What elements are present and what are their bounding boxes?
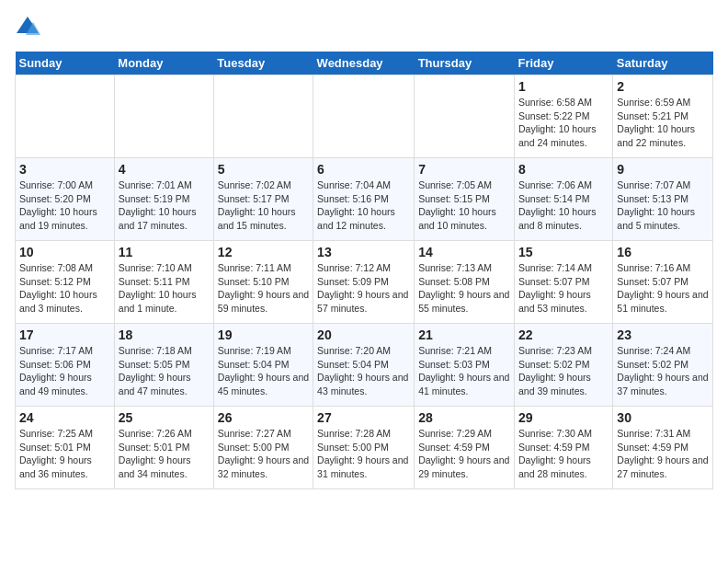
day-cell: 7Sunrise: 7:05 AM Sunset: 5:15 PM Daylig… [415, 158, 515, 241]
day-number: 5 [218, 162, 309, 177]
header-sunday: Sunday [16, 52, 115, 75]
day-info: Sunrise: 7:11 AM Sunset: 5:10 PM Dayligh… [218, 261, 309, 316]
header-saturday: Saturday [613, 52, 713, 75]
day-cell: 30Sunrise: 7:31 AM Sunset: 4:59 PM Dayli… [613, 407, 713, 489]
day-cell: 26Sunrise: 7:27 AM Sunset: 5:00 PM Dayli… [213, 407, 313, 489]
day-cell: 11Sunrise: 7:10 AM Sunset: 5:11 PM Dayli… [114, 241, 213, 324]
day-number: 19 [218, 327, 309, 342]
header-tuesday: Tuesday [213, 52, 313, 75]
day-cell: 29Sunrise: 7:30 AM Sunset: 4:59 PM Dayli… [514, 407, 612, 489]
day-info: Sunrise: 7:20 AM Sunset: 5:04 PM Dayligh… [317, 344, 410, 398]
day-number: 26 [218, 410, 309, 425]
day-cell: 19Sunrise: 7:19 AM Sunset: 5:04 PM Dayli… [213, 324, 313, 407]
day-cell: 8Sunrise: 7:06 AM Sunset: 5:14 PM Daylig… [514, 158, 612, 241]
day-cell [213, 75, 313, 158]
day-number: 29 [518, 410, 609, 425]
day-number: 20 [317, 327, 410, 342]
day-cell: 12Sunrise: 7:11 AM Sunset: 5:10 PM Dayli… [213, 241, 313, 324]
day-number: 25 [119, 410, 210, 425]
day-info: Sunrise: 7:08 AM Sunset: 5:12 PM Dayligh… [19, 261, 110, 316]
day-cell: 23Sunrise: 7:24 AM Sunset: 5:02 PM Dayli… [613, 324, 713, 407]
day-info: Sunrise: 7:14 AM Sunset: 5:07 PM Dayligh… [518, 261, 609, 316]
day-number: 28 [418, 410, 510, 425]
day-info: Sunrise: 7:02 AM Sunset: 5:17 PM Dayligh… [218, 178, 309, 233]
day-cell: 17Sunrise: 7:17 AM Sunset: 5:06 PM Dayli… [16, 324, 115, 407]
day-info: Sunrise: 7:16 AM Sunset: 5:07 PM Dayligh… [617, 261, 709, 316]
day-info: Sunrise: 7:06 AM Sunset: 5:14 PM Dayligh… [518, 178, 609, 233]
logo-icon [15, 15, 40, 40]
week-row-3: 17Sunrise: 7:17 AM Sunset: 5:06 PM Dayli… [16, 324, 713, 407]
day-number: 16 [617, 245, 709, 259]
day-cell: 14Sunrise: 7:13 AM Sunset: 5:08 PM Dayli… [415, 241, 515, 324]
day-cell: 22Sunrise: 7:23 AM Sunset: 5:02 PM Dayli… [514, 324, 612, 407]
day-number: 17 [19, 327, 110, 342]
day-cell [415, 75, 515, 158]
day-info: Sunrise: 7:04 AM Sunset: 5:16 PM Dayligh… [317, 178, 410, 233]
day-info: Sunrise: 7:17 AM Sunset: 5:06 PM Dayligh… [19, 344, 110, 398]
week-row-1: 3Sunrise: 7:00 AM Sunset: 5:20 PM Daylig… [16, 158, 713, 241]
day-number: 9 [617, 162, 709, 177]
day-cell: 21Sunrise: 7:21 AM Sunset: 5:03 PM Dayli… [415, 324, 515, 407]
day-cell: 3Sunrise: 7:00 AM Sunset: 5:20 PM Daylig… [16, 158, 115, 241]
day-number: 18 [119, 327, 210, 342]
logo [15, 15, 44, 40]
day-info: Sunrise: 7:21 AM Sunset: 5:03 PM Dayligh… [418, 344, 510, 398]
day-cell: 9Sunrise: 7:07 AM Sunset: 5:13 PM Daylig… [613, 158, 713, 241]
day-number: 2 [617, 79, 709, 94]
day-info: Sunrise: 7:10 AM Sunset: 5:11 PM Dayligh… [119, 261, 210, 316]
day-number: 30 [617, 410, 709, 425]
day-cell: 18Sunrise: 7:18 AM Sunset: 5:05 PM Dayli… [114, 324, 213, 407]
header-friday: Friday [514, 52, 612, 75]
day-info: Sunrise: 7:24 AM Sunset: 5:02 PM Dayligh… [617, 344, 709, 398]
day-info: Sunrise: 7:05 AM Sunset: 5:15 PM Dayligh… [418, 178, 510, 233]
day-cell: 2Sunrise: 6:59 AM Sunset: 5:21 PM Daylig… [613, 75, 713, 158]
page-header [15, 15, 713, 40]
day-number: 7 [418, 162, 510, 177]
day-number: 22 [518, 327, 609, 342]
day-info: Sunrise: 7:28 AM Sunset: 5:00 PM Dayligh… [317, 427, 410, 481]
header-thursday: Thursday [415, 52, 515, 75]
day-cell: 25Sunrise: 7:26 AM Sunset: 5:01 PM Dayli… [114, 407, 213, 489]
day-cell: 28Sunrise: 7:29 AM Sunset: 4:59 PM Dayli… [415, 407, 515, 489]
day-number: 21 [418, 327, 510, 342]
day-number: 8 [518, 162, 609, 177]
day-cell: 16Sunrise: 7:16 AM Sunset: 5:07 PM Dayli… [613, 241, 713, 324]
day-info: Sunrise: 6:58 AM Sunset: 5:22 PM Dayligh… [518, 96, 609, 150]
day-info: Sunrise: 7:31 AM Sunset: 4:59 PM Dayligh… [617, 427, 709, 481]
day-info: Sunrise: 7:18 AM Sunset: 5:05 PM Dayligh… [119, 344, 210, 398]
day-info: Sunrise: 7:01 AM Sunset: 5:19 PM Dayligh… [119, 178, 210, 233]
day-info: Sunrise: 7:13 AM Sunset: 5:08 PM Dayligh… [418, 261, 510, 316]
day-number: 27 [317, 410, 410, 425]
day-cell: 13Sunrise: 7:12 AM Sunset: 5:09 PM Dayli… [313, 241, 415, 324]
day-info: Sunrise: 6:59 AM Sunset: 5:21 PM Dayligh… [617, 96, 709, 150]
day-cell [313, 75, 415, 158]
day-number: 1 [518, 79, 609, 94]
day-cell: 6Sunrise: 7:04 AM Sunset: 5:16 PM Daylig… [313, 158, 415, 241]
day-number: 15 [518, 245, 609, 259]
day-number: 10 [19, 245, 110, 259]
day-info: Sunrise: 7:12 AM Sunset: 5:09 PM Dayligh… [317, 261, 410, 316]
day-info: Sunrise: 7:07 AM Sunset: 5:13 PM Dayligh… [617, 178, 709, 233]
day-cell: 4Sunrise: 7:01 AM Sunset: 5:19 PM Daylig… [114, 158, 213, 241]
week-row-0: 1Sunrise: 6:58 AM Sunset: 5:22 PM Daylig… [16, 75, 713, 158]
day-cell: 1Sunrise: 6:58 AM Sunset: 5:22 PM Daylig… [514, 75, 612, 158]
day-cell: 10Sunrise: 7:08 AM Sunset: 5:12 PM Dayli… [16, 241, 115, 324]
day-cell [16, 75, 115, 158]
day-cell: 5Sunrise: 7:02 AM Sunset: 5:17 PM Daylig… [213, 158, 313, 241]
day-info: Sunrise: 7:19 AM Sunset: 5:04 PM Dayligh… [218, 344, 309, 398]
day-cell: 27Sunrise: 7:28 AM Sunset: 5:00 PM Dayli… [313, 407, 415, 489]
calendar-header: SundayMondayTuesdayWednesdayThursdayFrid… [16, 52, 713, 75]
week-row-4: 24Sunrise: 7:25 AM Sunset: 5:01 PM Dayli… [16, 407, 713, 489]
day-number: 11 [119, 245, 210, 259]
day-number: 24 [19, 410, 110, 425]
day-cell: 24Sunrise: 7:25 AM Sunset: 5:01 PM Dayli… [16, 407, 115, 489]
day-info: Sunrise: 7:00 AM Sunset: 5:20 PM Dayligh… [19, 178, 110, 233]
day-cell: 20Sunrise: 7:20 AM Sunset: 5:04 PM Dayli… [313, 324, 415, 407]
day-number: 12 [218, 245, 309, 259]
calendar-table: SundayMondayTuesdayWednesdayThursdayFrid… [15, 52, 713, 489]
day-number: 3 [19, 162, 110, 177]
day-info: Sunrise: 7:25 AM Sunset: 5:01 PM Dayligh… [19, 427, 110, 481]
day-cell [114, 75, 213, 158]
day-number: 23 [617, 327, 709, 342]
day-number: 14 [418, 245, 510, 259]
